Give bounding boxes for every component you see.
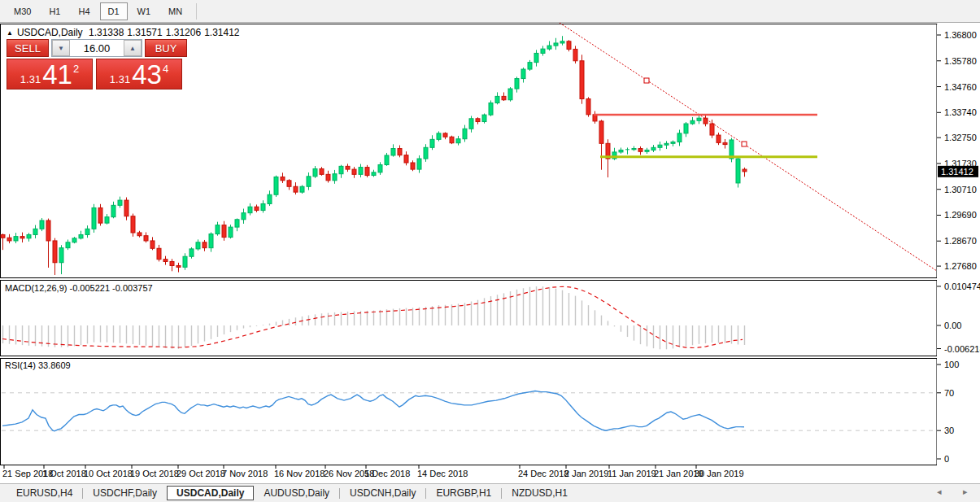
timeframe-tab-W1[interactable]: W1 xyxy=(129,2,159,20)
volume-stepper: ▼ ▲ xyxy=(51,39,142,57)
date-axis-label: 16 Nov 2018 xyxy=(274,469,324,478)
current-price-tag-text: 1.31412 xyxy=(941,167,973,177)
price-axis-label: 1.29690 xyxy=(944,210,977,220)
timeframe-tab-MN[interactable]: MN xyxy=(160,2,190,20)
price-axis-label: 1.27680 xyxy=(944,261,977,271)
ohlc-low: 1.31206 xyxy=(166,27,201,38)
chart-tab-NZDUSD-H1[interactable]: NZDUSD,H1 xyxy=(502,486,577,500)
timeframe-tab-H4[interactable]: H4 xyxy=(70,2,98,20)
date-axis-label: 19 Oct 2018 xyxy=(130,469,179,478)
macd-axis-label: 0.010474 xyxy=(944,282,980,291)
macd-axis-label: 0.00 xyxy=(944,321,961,330)
rsi-axis-label: 0 xyxy=(944,454,949,464)
date-axis-label: 29 Oct 2018 xyxy=(176,469,225,478)
sell-button[interactable]: SELL xyxy=(7,39,49,57)
symbol-period-label: USDCAD,Daily xyxy=(17,27,83,38)
rsi-axis-label: 100 xyxy=(944,360,959,369)
price-axis-label: 1.32750 xyxy=(944,133,977,142)
macd-axis-label: -0.006218 xyxy=(944,344,980,354)
price-axis-label: 1.33740 xyxy=(944,107,977,117)
chart-tab-USDCNH-Daily[interactable]: USDCNH,Daily xyxy=(340,486,425,500)
date-axis-label: 14 Dec 2018 xyxy=(417,469,468,478)
price-axis-label: 1.35780 xyxy=(944,56,977,66)
trendline-handle[interactable] xyxy=(644,78,649,83)
toolbar-separator xyxy=(196,3,197,20)
chart-tab-EURUSD-H4[interactable]: EURUSD,H4 xyxy=(7,486,82,500)
trendline-handle[interactable] xyxy=(742,142,747,146)
rsi-axis-label: 30 xyxy=(944,426,954,435)
price-axis-label: 1.34760 xyxy=(944,82,977,92)
date-axis-label: 5 Dec 2018 xyxy=(364,469,410,478)
date-axis-label: 11 Jan 2019 xyxy=(608,469,656,478)
date-axis-label: 7 Nov 2018 xyxy=(222,469,268,478)
timeframe-tab-D1[interactable]: D1 xyxy=(100,2,128,20)
timeframe-bar: M30H1H4D1W1MN xyxy=(0,0,980,23)
sell-price-sup: 2 xyxy=(73,63,79,74)
ohlc-open: 1.31338 xyxy=(89,27,124,38)
chart-tab-bar: EURUSD,H4USDCHF,DailyUSDCAD,DailyAUDUSD,… xyxy=(0,483,980,502)
ohlc-high: 1.31571 xyxy=(127,27,162,38)
buy-price-prefix: 1.31 xyxy=(110,74,130,85)
ohlc-close: 1.31412 xyxy=(204,27,239,38)
date-axis-label: 2 Jan 2019 xyxy=(564,469,608,478)
date-axis-label: 24 Dec 2018 xyxy=(518,469,568,478)
sell-price-big: 41 xyxy=(42,63,72,86)
volume-input[interactable] xyxy=(70,40,124,56)
sell-quote-panel[interactable]: 1.31 41 2 xyxy=(7,59,93,89)
macd-indicator-title: MACD(12,26,9) -0.005221 -0.003757 xyxy=(5,283,153,293)
volume-increase-button[interactable]: ▲ xyxy=(124,40,142,56)
rsi-axis-label: 70 xyxy=(944,388,954,398)
chart-tab-AUDUSD-Daily[interactable]: AUDUSD,Daily xyxy=(254,486,339,500)
one-click-trade-widget: SELL ▼ ▲ BUY 1.31 41 2 1.31 43 4 xyxy=(7,39,187,89)
timeframe-tab-H1[interactable]: H1 xyxy=(41,2,68,20)
date-axis-label: 30 Jan 2019 xyxy=(695,469,744,478)
collapse-arrow-icon[interactable]: ▲ xyxy=(7,29,13,37)
chart-tab-USDCHF-Daily[interactable]: USDCHF,Daily xyxy=(83,486,167,500)
chart-tab-USDCAD-Daily[interactable]: USDCAD,Daily xyxy=(167,486,254,500)
timeframe-tab-M30[interactable]: M30 xyxy=(6,2,39,20)
rsi-indicator-title: RSI(14) 33.8609 xyxy=(5,360,71,370)
buy-price-big: 43 xyxy=(132,63,162,86)
buy-price-sup: 4 xyxy=(163,63,168,74)
buy-button[interactable]: BUY xyxy=(145,39,187,57)
buy-quote-panel[interactable]: 1.31 43 4 xyxy=(96,59,182,89)
date-axis-label: 10 Oct 2018 xyxy=(84,469,133,478)
tab-scroll-right-icon[interactable]: ▸ xyxy=(963,487,968,497)
date-axis-label: 1 Oct 2018 xyxy=(42,469,86,478)
price-axis-label: 1.28670 xyxy=(944,236,977,246)
price-axis-label: 1.36800 xyxy=(944,30,977,40)
price-axis-label: 1.30710 xyxy=(944,185,977,194)
sell-price-prefix: 1.31 xyxy=(20,74,41,85)
tab-scroll-left-icon[interactable]: ◂ xyxy=(937,487,942,497)
trading-platform-window: 1.368001.357801.347601.337401.327501.317… xyxy=(0,0,980,502)
chart-title-line: ▲USDCAD,Daily 1.313381.315711.312061.314… xyxy=(7,27,243,38)
volume-decrease-button[interactable]: ▼ xyxy=(52,40,70,56)
chart-tab-EURGBP-H1[interactable]: EURGBP,H1 xyxy=(426,486,501,500)
